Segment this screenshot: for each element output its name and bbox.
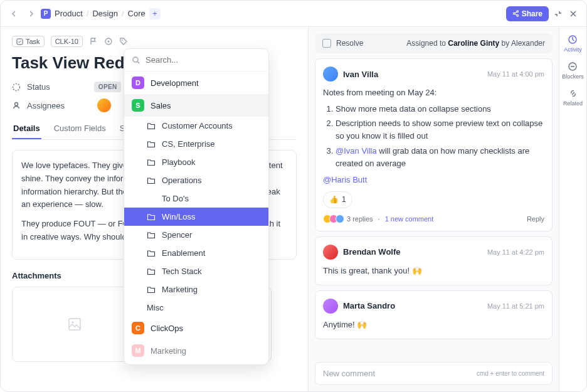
flag-icon[interactable] (89, 37, 98, 46)
share-label: Share (522, 9, 542, 18)
rail-activity[interactable]: Activity (564, 34, 582, 53)
workspace-clickops[interactable]: CClickOps (124, 317, 268, 339)
location-dropdown: DDevelopment SSales Customer Accounts CS… (124, 48, 269, 365)
svg-point-7 (72, 321, 74, 323)
breadcrumb-sep: / (122, 9, 124, 18)
comment-item: Show more meta data on collapse sections (336, 103, 544, 115)
workspace-icon: P (41, 9, 51, 19)
status-value[interactable]: OPEN (94, 82, 122, 92)
svg-rect-6 (69, 319, 80, 330)
comment-author: Ivan Villa (343, 70, 378, 79)
folder-icon (147, 213, 156, 221)
rail-related[interactable]: Related (563, 88, 583, 107)
folder-spencer[interactable]: Spencer (124, 226, 268, 244)
resolve-bar: Resolve Assigned to Caroline Ginty by Al… (315, 33, 553, 53)
folder-win-loss[interactable]: Win/Loss (124, 208, 268, 226)
nav-forward[interactable] (24, 8, 37, 20)
comment: Marta Sandro May 11 at 5:21 pm Anytime! … (315, 290, 553, 339)
avatar (323, 245, 338, 260)
breadcrumb-sep: / (87, 9, 89, 18)
assignees-label: Assignees (27, 101, 65, 110)
reply-avatars (323, 215, 342, 223)
checkbox-icon (16, 38, 23, 45)
compose-placeholder: New comment (323, 369, 375, 378)
compose-hint: cmd + enter to comment (477, 370, 544, 377)
share-button[interactable]: Share (506, 6, 549, 21)
comment-compose[interactable]: New comment cmd + enter to comment (315, 362, 553, 385)
mention[interactable]: @Haris Butt (323, 175, 367, 184)
tab-details[interactable]: Details (12, 119, 41, 139)
folder-icon (147, 122, 156, 130)
search-icon (132, 56, 140, 65)
comment-author: Brendan Wolfe (343, 247, 401, 257)
folder-icon (147, 285, 156, 294)
tab-custom-fields[interactable]: Custom Fields (53, 119, 107, 139)
folder-tech-stack[interactable]: Tech Stack (124, 262, 268, 280)
breadcrumb-core[interactable]: Core (128, 9, 145, 18)
status-icon (12, 83, 21, 92)
item-todos[interactable]: To Do's (124, 189, 268, 208)
assigned-to: Assigned to Caroline Ginty by Alexander (406, 39, 545, 48)
folder-icon (147, 231, 156, 240)
comment-item: Description needs to show some preview t… (336, 117, 544, 142)
share-icon (512, 10, 519, 17)
target-icon[interactable] (104, 37, 113, 46)
workspace-marketing[interactable]: MMarketing (124, 339, 268, 362)
close-icon[interactable] (568, 8, 579, 19)
comment-item: @Ivan Villa will grab data on how many c… (336, 145, 544, 170)
collapse-icon[interactable] (553, 8, 564, 19)
breadcrumb-add[interactable]: + (149, 8, 161, 19)
svg-point-3 (122, 40, 123, 41)
resolve-label: Resolve (336, 39, 363, 48)
breadcrumb-product[interactable]: Product (55, 9, 83, 18)
folder-customer-accounts[interactable]: Customer Accounts (124, 117, 268, 135)
avatar (323, 299, 338, 314)
folder-icon (147, 140, 156, 149)
comment-time: May 11 at 4:22 pm (487, 248, 544, 256)
svg-point-10 (133, 57, 138, 62)
svg-point-4 (13, 83, 20, 90)
attachment-placeholder[interactable] (12, 287, 137, 362)
tag-icon[interactable] (119, 37, 128, 46)
workspace-development[interactable]: DDevelopment (124, 72, 268, 94)
comment-time: May 11 at 4:00 pm (487, 70, 544, 78)
item-misc[interactable]: Misc (124, 299, 268, 317)
comment: Ivan Villa May 11 at 4:00 pm Notes from … (315, 58, 553, 231)
reply-button[interactable]: Reply (527, 215, 544, 223)
folder-cs-enterprise[interactable]: CS, Enterprise (124, 135, 268, 153)
reply-count[interactable]: 3 replies (347, 215, 373, 223)
nav-back[interactable] (8, 8, 21, 20)
resolve-checkbox[interactable] (322, 39, 331, 48)
folder-icon (147, 249, 156, 258)
svg-point-5 (15, 103, 18, 106)
comment: Brendan Wolfe May 11 at 4:22 pm This is … (315, 236, 553, 285)
dropdown-search-input[interactable] (145, 55, 261, 65)
folder-icon (147, 267, 156, 276)
avatar (323, 66, 338, 82)
folder-enablement[interactable]: Enablement (124, 244, 268, 262)
comment-time: May 11 at 5:21 pm (487, 302, 544, 310)
task-id-badge[interactable]: CLK-10 (51, 36, 83, 47)
folder-icon (147, 158, 156, 167)
comment-body: Anytime! 🙌 (323, 319, 544, 331)
image-icon (68, 317, 82, 331)
folder-icon (147, 176, 156, 185)
comment-intro: Notes from meeting on May 24: (323, 87, 544, 99)
breadcrumb-design[interactable]: Design (92, 9, 117, 18)
folder-operations[interactable]: Operations (124, 171, 268, 189)
rail-blockers[interactable]: Blockers (562, 61, 584, 80)
folder-marketing[interactable]: Marketing (124, 280, 268, 299)
person-icon (12, 101, 21, 110)
status-label: Status (27, 82, 50, 92)
comment-body: This is great, thank you! 🙌 (323, 265, 544, 277)
assignee-avatar[interactable] (97, 98, 111, 112)
new-reply-count[interactable]: 1 new comment (385, 215, 434, 223)
reaction-pill[interactable]: 👍1 (323, 191, 352, 208)
comment-author: Marta Sandro (343, 301, 395, 310)
svg-point-2 (107, 41, 109, 43)
folder-playbook[interactable]: Playbook (124, 153, 268, 171)
mention[interactable]: @Ivan Villa (336, 146, 377, 156)
workspace-sales[interactable]: SSales (124, 94, 268, 117)
task-type-badge[interactable]: Task (12, 36, 45, 47)
